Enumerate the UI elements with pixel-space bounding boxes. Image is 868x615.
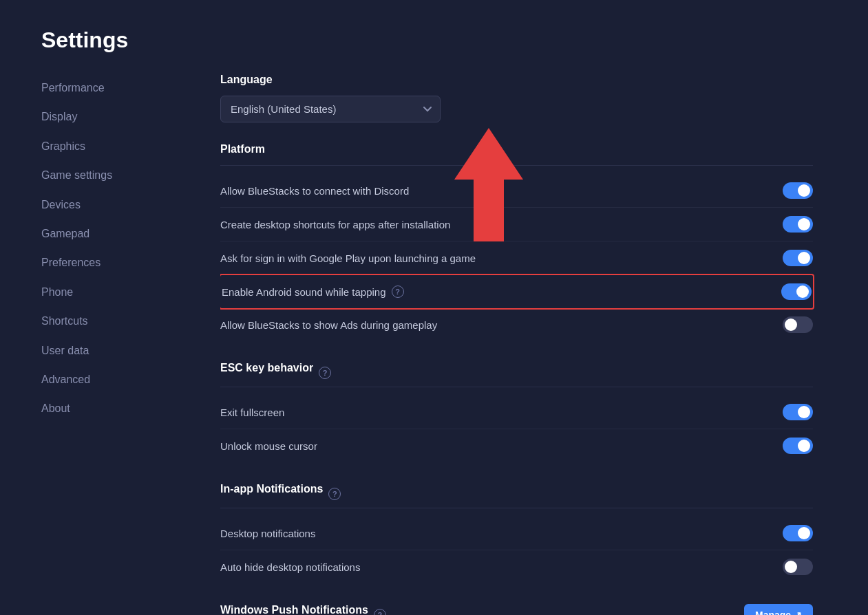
sidebar-item-about[interactable]: About (41, 394, 220, 423)
toggle-row-exit-fullscreen: Exit fullscreen (220, 396, 813, 429)
sidebar-item-preferences[interactable]: Preferences (41, 248, 220, 277)
language-dropdown[interactable]: English (United States) (220, 96, 441, 122)
notifications-title: In-app Notifications (220, 483, 323, 495)
highlight-android-sound: Enable Android sound while tapping ? (220, 274, 814, 310)
toggle-label-google-play: Ask for sign in with Google Play upon la… (220, 252, 476, 264)
language-section: Language English (United States) (220, 74, 813, 122)
toggle-row-android-sound: Enable Android sound while tapping ? (220, 282, 813, 301)
toggle-desktop-shortcuts[interactable] (783, 216, 813, 233)
toggle-google-play[interactable] (783, 250, 813, 266)
toggle-auto-hide[interactable] (783, 559, 813, 575)
toggle-label-desktop-notif: Desktop notifications (220, 528, 315, 539)
sidebar-item-user-data[interactable]: User data (41, 336, 220, 365)
content-area: Language English (United States) Platfor… (220, 74, 827, 615)
toggle-unlock-cursor[interactable] (783, 438, 813, 454)
toggle-row-desktop-shortcuts: Create desktop shortcuts for apps after … (220, 208, 813, 241)
esc-help-icon[interactable]: ? (319, 367, 331, 379)
esc-divider (220, 387, 813, 387)
notifications-help-icon[interactable]: ? (328, 488, 341, 500)
notifications-section-header: In-app Notifications ? (220, 483, 813, 505)
page-title: Settings (41, 28, 827, 53)
language-title: Language (220, 74, 813, 86)
toggle-label-android-sound: Enable Android sound while tapping ? (222, 285, 404, 298)
sidebar-item-display[interactable]: Display (41, 102, 220, 131)
sidebar-item-phone[interactable]: Phone (41, 278, 220, 307)
esc-title: ESC key behavior (220, 362, 313, 374)
notifications-section: In-app Notifications ? Desktop notificat… (220, 483, 813, 583)
toggle-exit-fullscreen[interactable] (783, 404, 813, 420)
toggle-android-sound[interactable] (781, 283, 812, 300)
content-scroll[interactable]: Language English (United States) Platfor… (220, 74, 827, 615)
toggle-discord[interactable] (783, 182, 813, 199)
toggle-row-discord: Allow BlueStacks to connect with Discord (220, 174, 813, 208)
push-section-header: Windows Push Notifications ? (220, 604, 386, 615)
push-title: Windows Push Notifications (220, 604, 368, 615)
toggle-row-unlock-cursor: Unlock mouse cursor (220, 429, 813, 462)
toggle-row-auto-hide: Auto hide desktop notifications (220, 550, 813, 583)
esc-section-header: ESC key behavior ? (220, 362, 813, 384)
platform-section: Platform Allow BlueStacks to connect wit… (220, 143, 813, 341)
platform-title: Platform (220, 143, 813, 155)
sidebar-item-gamepad[interactable]: Gamepad (41, 219, 220, 248)
toggle-label-auto-hide: Auto hide desktop notifications (220, 561, 360, 573)
sidebar-item-advanced[interactable]: Advanced (41, 365, 220, 394)
toggle-label-desktop-shortcuts: Create desktop shortcuts for apps after … (220, 219, 450, 230)
esc-section: ESC key behavior ? Exit fullscreen Unloc… (220, 362, 813, 462)
push-help-icon[interactable]: ? (374, 609, 386, 615)
toggle-desktop-notif[interactable] (783, 525, 813, 541)
sidebar-item-devices[interactable]: Devices (41, 191, 220, 219)
toggle-row-ads: Allow BlueStacks to show Ads during game… (220, 308, 813, 341)
push-section: Windows Push Notifications ? Manage ↗ (220, 604, 813, 615)
toggle-row-desktop-notif: Desktop notifications (220, 517, 813, 550)
sidebar-item-graphics[interactable]: Graphics (41, 132, 220, 161)
sidebar-item-performance[interactable]: Performance (41, 74, 220, 102)
toggle-label-exit-fullscreen: Exit fullscreen (220, 407, 284, 418)
android-sound-help-icon[interactable]: ? (392, 285, 404, 298)
toggle-ads[interactable] (783, 316, 813, 333)
notifications-divider (220, 508, 813, 508)
sidebar-item-game-settings[interactable]: Game settings (41, 161, 220, 190)
toggle-label-unlock-cursor: Unlock mouse cursor (220, 440, 317, 452)
manage-button[interactable]: Manage ↗ (744, 604, 813, 615)
platform-divider (220, 165, 813, 166)
sidebar: Performance Display Graphics Game settin… (41, 74, 220, 615)
sidebar-item-shortcuts[interactable]: Shortcuts (41, 307, 220, 336)
toggle-label-discord: Allow BlueStacks to connect with Discord (220, 185, 409, 197)
toggle-label-ads: Allow BlueStacks to show Ads during game… (220, 319, 437, 331)
toggle-row-google-play: Ask for sign in with Google Play upon la… (220, 241, 813, 275)
